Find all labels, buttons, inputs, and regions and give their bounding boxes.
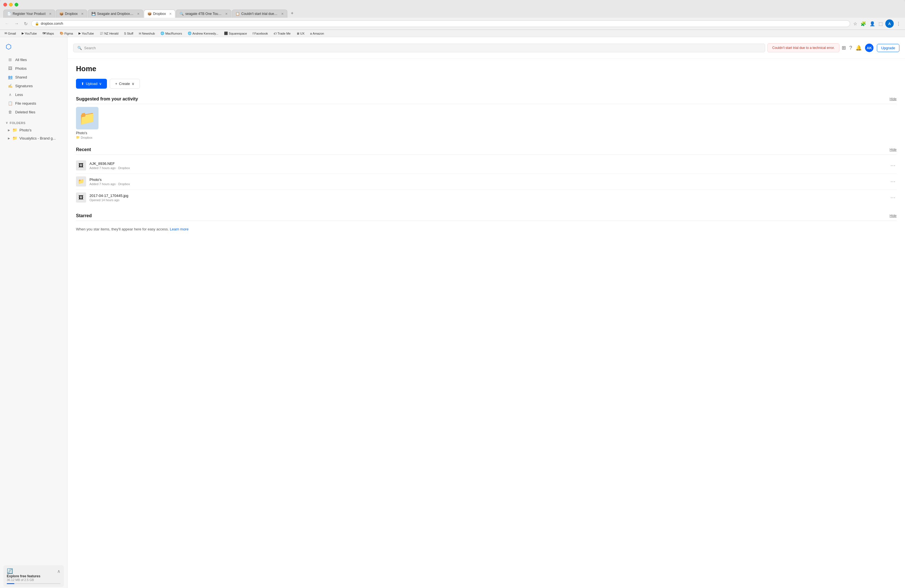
small-folder-icon: 📁 [76,136,80,139]
tab-close-trial[interactable]: ✕ [279,12,284,16]
main-content: 🔍 Search Couldn't start trial due to a t… [68,37,905,588]
close-window-button[interactable] [3,3,7,6]
tab-trial[interactable]: 📋 Couldn't start trial due t... ✕ [232,10,287,18]
recent-item-more-button[interactable]: ⋯ [889,193,897,202]
recent-item-2017-04-17-170445-jpg[interactable]: 🖼 2017-04-17_170445.jpg Opened 14 hours … [76,190,897,205]
sidebar-item-label: Less [15,93,23,97]
recent-item-ajk-8936-nef[interactable]: 🖼 AJK_8936.NEF Added 7 hours ago · Dropb… [76,158,897,174]
tab-close-register[interactable]: ✕ [47,12,51,16]
folders-section-title[interactable]: ∨ Folders [0,120,67,126]
starred-hide-button[interactable]: Hide [889,214,897,218]
extensions-button[interactable]: 🧩 [860,20,867,27]
maximize-window-button[interactable] [14,3,18,6]
toolbar: ← → ↻ 🔒 dropbox.com/h ☆ 🧩 👤 ⬚ A ⋮ [0,18,905,30]
tab-close-dropbox2[interactable]: ✕ [167,12,171,16]
bookmark-favicon: ▶ [78,32,81,35]
bookmark-youtube[interactable]: ▶YouTube [21,31,38,36]
tab-seagate[interactable]: 💾 Seagate and Dropbox Ba... ✕ [88,10,143,18]
tab-title-dropbox2: Dropbox [153,12,166,16]
sidebar-item-shared[interactable]: 👥Shared [2,73,65,81]
recent-item-more-button[interactable]: ⋯ [889,161,897,170]
sidebar-item-all-files[interactable]: ⊞All files [2,55,65,64]
recent-hide-button[interactable]: Hide [889,148,897,152]
tab-dropbox2[interactable]: 📦 Dropbox ✕ [144,10,175,18]
search-box[interactable]: 🔍 Search [73,44,765,52]
starred-empty-text: When you star items, they'll appear here… [76,223,897,235]
bookmark-macrumors[interactable]: 🌐MacRumors [159,31,183,36]
bookmark-favicon: S [124,32,126,35]
explore-collapse-button[interactable]: ∧ [57,569,60,574]
folders-section: ∨ Folders ▶📁Photo's▶📁Visualytics - Brand… [0,120,67,143]
forward-button[interactable]: → [13,21,20,27]
tab-seagate2[interactable]: 🔍 seagate 4TB One Touch... ✕ [176,10,231,18]
reload-button[interactable]: ↻ [22,21,29,27]
bell-icon[interactable]: 🔔 [856,45,862,51]
tab-close-seagate2[interactable]: ✕ [224,12,228,16]
home-body: Home ⬆ Upload ∨ + Create ∨ [68,59,905,248]
minimize-window-button[interactable] [9,3,13,6]
bookmark-andrew-kennedy---[interactable]: 🌐Andrew Kennedy... [187,31,219,36]
sidebar-item-deleted-files[interactable]: 🗑Deleted files [2,108,65,116]
sidebar-folder-photo-s[interactable]: ▶📁Photo's [2,126,65,134]
recent-item-more-button[interactable]: ⋯ [889,177,897,186]
sidebar-icon: ∧ [8,92,13,97]
upload-chevron-icon: ∨ [99,82,102,86]
bookmark-amazon[interactable]: aAmazon [309,31,325,36]
upload-button[interactable]: ⬆ Upload ∨ [76,79,107,89]
new-tab-button[interactable]: + [288,9,296,18]
bookmark-figma[interactable]: 🎨Figma [59,31,74,36]
sidebar-item-photos[interactable]: 🖼Photos [2,64,65,73]
star-button[interactable]: ☆ [853,20,858,27]
bookmark-maps[interactable]: 🗺Maps [41,31,55,36]
bookmark-squarespace[interactable]: ⬛Squarespace [223,31,248,36]
bookmark-trade-me[interactable]: 🏷Trade Me [272,31,292,36]
grid-apps-icon[interactable]: ⊞ [841,45,846,51]
tab-close-seagate[interactable]: ✕ [135,12,140,16]
starred-section: Starred Hide When you star items, they'l… [76,213,897,235]
sidebar-item-label: File requests [15,101,36,106]
sidebar-item-label: Signatures [15,84,33,88]
bookmark-label: Maps [46,32,54,35]
recent-item-thumb: 📁 [76,176,86,187]
sidebar-item-signatures[interactable]: ✍Signatures [2,82,65,90]
explore-box: 🔄 ∧ Explore free features 36.12 MB of 2.… [3,565,64,587]
tab-register[interactable]: 📄 Register Your Product ✕ [3,10,55,18]
profile-button[interactable]: 👤 [869,20,876,27]
suggested-hide-button[interactable]: Hide [889,97,897,101]
suggested-section-header: Suggested from your activity Hide [76,97,897,104]
bookmark-favicon: 📰 [100,32,103,35]
create-button[interactable]: + Create ∨ [110,79,140,89]
bookmark-ux[interactable]: 🖥UX [295,31,306,36]
bookmark-stuff[interactable]: SStuff [123,31,135,36]
starred-learn-more-link[interactable]: Learn more [170,227,188,231]
browser-profile-avatar[interactable]: A [885,19,894,28]
photos-folder-thumb: 📁 [76,107,98,129]
back-button[interactable]: ← [3,21,11,27]
menu-button[interactable]: ⋮ [895,20,902,27]
toolbar-icons: ☆ 🧩 👤 ⬚ A ⋮ [853,19,902,28]
recent-item-photo-s[interactable]: 📁 Photo's Added 7 hours ago · Dropbox ⋯ [76,174,897,190]
lock-icon: 🔒 [35,22,39,25]
bookmark-nz-herald[interactable]: 📰NZ Herald [98,31,120,36]
sidebar-item-file-requests[interactable]: 📋File requests [2,99,65,108]
bookmark-label: NZ Herald [105,32,119,35]
sidebar-item-less[interactable]: ∧Less [2,90,65,99]
bookmark-facebook[interactable]: fFacebook [252,31,269,36]
tab-dropbox1[interactable]: 📦 Dropbox ✕ [56,10,87,18]
bookmark-newshub[interactable]: HNewshub [138,31,156,36]
page-title: Home [76,65,897,73]
bookmark-label: YouTube [82,32,94,35]
bookmark-youtube[interactable]: ▶YouTube [78,31,95,36]
help-icon[interactable]: ? [849,45,852,51]
sidebar-icon: 📋 [8,101,13,106]
tab-close-dropbox1[interactable]: ✕ [79,12,84,16]
sidebar-folder-visualytics---brand-g---[interactable]: ▶📁Visualytics - Brand g... [2,134,65,142]
address-bar[interactable]: 🔒 dropbox.com/h [31,20,850,27]
bookmark-gmail[interactable]: ✉Gmail [3,31,17,36]
bookmark-favicon: a [310,32,312,35]
sidebar-toggle-button[interactable]: ⬚ [878,20,884,27]
suggested-item-photos[interactable]: 📁 Photo's 📁 Dropbox [76,107,104,139]
bookmark-label: Amazon [313,32,324,35]
user-avatar[interactable]: AK [865,44,873,52]
upgrade-button[interactable]: Upgrade [877,44,899,52]
